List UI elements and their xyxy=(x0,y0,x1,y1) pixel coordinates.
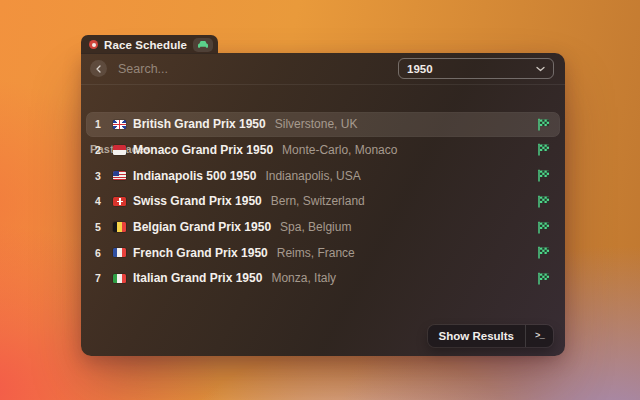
chevron-left-icon xyxy=(95,65,103,73)
race-row[interactable]: 4 Swiss Grand Prix 1950 Bern, Switzerlan… xyxy=(86,189,560,214)
race-row[interactable]: 6 French Grand Prix 1950 Reims, France xyxy=(86,240,560,265)
race-position: 3 xyxy=(95,170,107,182)
year-select-value: 1950 xyxy=(407,63,433,75)
search-input[interactable] xyxy=(118,62,398,76)
country-flag-icon xyxy=(113,248,126,258)
race-row[interactable]: 3 Indianapolis 500 1950 Indianapolis, US… xyxy=(86,163,560,188)
chevron-down-icon xyxy=(536,66,545,72)
back-button[interactable] xyxy=(90,60,107,77)
race-title: Swiss Grand Prix 1950 xyxy=(133,194,262,208)
race-position: 2 xyxy=(95,144,107,156)
country-flag-icon xyxy=(113,197,126,207)
country-flag-icon xyxy=(113,145,126,155)
race-car-badge xyxy=(193,38,213,52)
race-list: 1 British Grand Prix 1950 Silverstone, U… xyxy=(86,112,560,292)
checkered-flag-icon xyxy=(537,118,550,131)
race-schedule-panel: 1950 Past Races 1 British Grand Prix 195… xyxy=(81,53,565,356)
toolbar: 1950 xyxy=(81,53,565,85)
show-results-button[interactable]: Show Results xyxy=(428,325,525,347)
checkered-flag-icon xyxy=(537,246,550,259)
race-location: Monte-Carlo, Monaco xyxy=(282,143,397,157)
checkered-flag-icon xyxy=(537,169,550,182)
country-flag-icon xyxy=(113,120,126,130)
race-position: 7 xyxy=(95,272,107,284)
race-row[interactable]: 2 Monaco Grand Prix 1950 Monte-Carlo, Mo… xyxy=(86,138,560,163)
checkered-flag-icon xyxy=(537,221,550,234)
race-row[interactable]: 5 Belgian Grand Prix 1950 Spa, Belgium xyxy=(86,215,560,240)
race-location: Reims, France xyxy=(277,246,355,260)
race-car-icon xyxy=(197,40,209,49)
race-location: Bern, Switzerland xyxy=(271,194,365,208)
race-row[interactable]: 1 British Grand Prix 1950 Silverstone, U… xyxy=(86,112,560,137)
record-dot-icon xyxy=(89,40,98,49)
race-position: 6 xyxy=(95,247,107,259)
race-location: Silverstone, UK xyxy=(275,117,358,131)
race-position: 4 xyxy=(95,195,107,207)
race-title: French Grand Prix 1950 xyxy=(133,246,268,260)
app-title: Race Schedule xyxy=(104,39,187,51)
checkered-flag-icon xyxy=(537,272,550,285)
year-select[interactable]: 1950 xyxy=(398,58,554,79)
checkered-flag-icon xyxy=(537,195,550,208)
footer-actions: Show Results >_ xyxy=(428,325,553,347)
race-row[interactable]: 7 Italian Grand Prix 1950 Monza, Italy xyxy=(86,266,560,291)
country-flag-icon xyxy=(113,274,126,284)
terminal-button[interactable]: >_ xyxy=(526,325,553,347)
race-location: Spa, Belgium xyxy=(280,220,351,234)
race-title: Italian Grand Prix 1950 xyxy=(133,271,262,285)
race-title: Monaco Grand Prix 1950 xyxy=(133,143,273,157)
race-title: British Grand Prix 1950 xyxy=(133,117,266,131)
country-flag-icon xyxy=(113,222,126,232)
country-flag-icon xyxy=(113,171,126,181)
checkered-flag-icon xyxy=(537,143,550,156)
race-title: Belgian Grand Prix 1950 xyxy=(133,220,271,234)
race-title: Indianapolis 500 1950 xyxy=(133,169,256,183)
race-location: Monza, Italy xyxy=(271,271,336,285)
race-location: Indianapolis, USA xyxy=(265,169,360,183)
race-position: 1 xyxy=(95,118,107,130)
window-title-badge[interactable]: Race Schedule xyxy=(81,35,218,54)
race-position: 5 xyxy=(95,221,107,233)
